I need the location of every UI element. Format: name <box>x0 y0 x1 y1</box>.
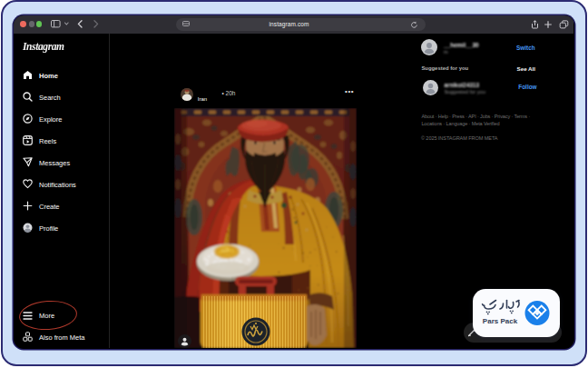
svg-text:Pars Pack: Pars Pack <box>483 317 518 325</box>
svg-text:Instagram: Instagram <box>22 41 64 53</box>
